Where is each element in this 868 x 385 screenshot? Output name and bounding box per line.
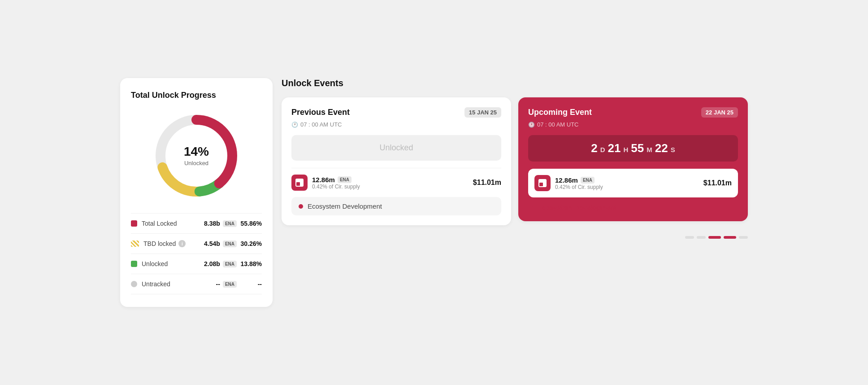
countdown-mins: 55	[631, 141, 644, 155]
prev-token-amount-row: 12.86m ENA	[312, 176, 360, 184]
untracked-dot	[131, 281, 137, 287]
tbd-info-icon[interactable]: i	[178, 240, 186, 247]
untracked-value: --	[216, 280, 220, 288]
unlocked-button[interactable]: Unlocked	[291, 135, 501, 161]
untracked-name: Untracked	[142, 280, 216, 288]
prev-clock-icon: 🕐	[291, 122, 298, 128]
upcoming-token-icon-inner	[538, 179, 547, 187]
locked-value: 8.38b	[204, 220, 220, 227]
locked-pct: 55.86%	[240, 220, 262, 227]
pagination-dots	[282, 236, 748, 239]
donut-label: Unlocked	[184, 160, 209, 166]
locked-name: Total Locked	[142, 220, 204, 227]
tbd-name: TBD locked i	[143, 240, 204, 247]
countdown-hours: 21	[608, 141, 621, 155]
donut-chart: 14% Unlocked	[152, 111, 241, 201]
upcoming-token-badge: ENA	[581, 177, 595, 184]
prev-category-row: Ecosystem Development	[291, 197, 501, 215]
legend-item-untracked: Untracked -- ENA --	[131, 274, 262, 294]
prev-token-icon	[291, 175, 308, 191]
unlocked-value: 2.08b	[204, 260, 220, 267]
prev-token-left: 12.86m ENA 0.42% of Cir. supply	[291, 175, 360, 191]
legend-item-unlocked: Unlocked 2.08b ENA 13.88%	[131, 254, 262, 274]
locked-badge: ENA	[223, 220, 237, 227]
legend-item-tbd-locked: TBD locked i 4.54b ENA 30.26%	[131, 233, 262, 254]
upcoming-clock-icon: 🕐	[528, 122, 535, 128]
tbd-pct: 30.26%	[240, 240, 262, 247]
locked-dot	[131, 220, 137, 227]
countdown-box: 2 D 21 H 55 M 22 S	[528, 135, 738, 162]
upcoming-token-icon	[534, 175, 551, 191]
untracked-badge: ENA	[223, 281, 237, 288]
unlocked-name: Unlocked	[142, 260, 204, 267]
prev-token-icon-inner	[295, 179, 304, 187]
upcoming-token-amount: 12.86m	[555, 176, 578, 184]
tbd-badge: ENA	[223, 241, 237, 247]
upcoming-category-name: Ecosystem Development	[537, 204, 617, 211]
unlocked-badge: ENA	[223, 261, 237, 267]
prev-event-time: 🕐 07 : 00 AM UTC	[291, 121, 501, 128]
prev-category-dot	[299, 204, 303, 209]
countdown-secs: 22	[655, 141, 668, 155]
donut-center: 14% Unlocked	[184, 145, 209, 166]
prev-token-details: 12.86m ENA 0.42% of Cir. supply	[312, 176, 360, 190]
countdown-s-unit: S	[671, 146, 675, 153]
prev-token-supply: 0.42% of Cir. supply	[312, 184, 360, 190]
total-unlock-card: Total Unlock Progress 14% Unlocked	[120, 78, 273, 307]
events-row: Previous Event 15 JAN 25 🕐 07 : 00 AM UT…	[282, 97, 748, 225]
prev-event-type: Previous Event	[291, 108, 350, 117]
upcoming-event-header: Upcoming Event 22 JAN 25	[528, 107, 738, 118]
page-container: Total Unlock Progress 14% Unlocked	[120, 78, 748, 307]
upcoming-category-row: Ecosystem Development	[528, 204, 738, 211]
pagination-dot-3[interactable]	[708, 236, 721, 239]
card-title: Total Unlock Progress	[131, 91, 262, 100]
unlocked-pct: 13.88%	[240, 260, 262, 267]
upcoming-token-usd: $11.01m	[703, 179, 732, 187]
upcoming-token-details: 12.86m ENA 0.42% of Cir. supply	[555, 176, 603, 190]
tbd-value: 4.54b	[204, 240, 220, 247]
upcoming-category-dot	[528, 206, 533, 210]
upcoming-token-amount-row: 12.86m ENA	[555, 176, 603, 184]
countdown-d-unit: D	[600, 146, 605, 153]
untracked-pct: --	[240, 280, 262, 288]
upcoming-event-type: Upcoming Event	[528, 108, 592, 117]
prev-category-name: Ecosystem Development	[308, 202, 382, 210]
prev-event-header: Previous Event 15 JAN 25	[291, 107, 501, 118]
right-section: Unlock Events Previous Event 15 JAN 25 🕐…	[282, 78, 748, 239]
unlocked-dot	[131, 261, 137, 267]
upcoming-event-date: 22 JAN 25	[701, 107, 738, 118]
pagination-dot-2[interactable]	[697, 236, 706, 239]
upcoming-event-card: Upcoming Event 22 JAN 25 🕐 07 : 00 AM UT…	[518, 97, 748, 221]
previous-event-card: Previous Event 15 JAN 25 🕐 07 : 00 AM UT…	[282, 97, 511, 225]
upcoming-token-supply: 0.42% of Cir. supply	[555, 184, 603, 190]
prev-token-info: 12.86m ENA 0.42% of Cir. supply $11.01m	[291, 168, 501, 197]
countdown-m-unit: M	[647, 146, 652, 153]
upcoming-event-time: 🕐 07 : 00 AM UTC	[528, 121, 738, 128]
donut-percent: 14%	[184, 145, 209, 158]
section-title: Unlock Events	[282, 78, 748, 88]
pagination-dot-5[interactable]	[739, 236, 748, 239]
legend: Total Locked 8.38b ENA 55.86% TBD locked…	[131, 213, 262, 294]
countdown-days: 2	[591, 141, 597, 155]
prev-token-badge: ENA	[338, 176, 352, 183]
upcoming-token-info: 12.86m ENA 0.42% of Cir. supply $11.01m	[528, 169, 738, 197]
countdown-h-unit: H	[624, 146, 629, 153]
tbd-dot	[131, 241, 139, 247]
pagination-dot-4[interactable]	[724, 236, 736, 239]
upcoming-token-left: 12.86m ENA 0.42% of Cir. supply	[534, 175, 603, 191]
prev-event-date: 15 JAN 25	[464, 107, 501, 118]
donut-wrapper: 14% Unlocked	[131, 111, 262, 201]
prev-token-amount: 12.86m	[312, 176, 335, 184]
legend-item-total-locked: Total Locked 8.38b ENA 55.86%	[131, 213, 262, 233]
prev-token-usd: $11.01m	[473, 179, 501, 187]
pagination-dot-1[interactable]	[685, 236, 694, 239]
